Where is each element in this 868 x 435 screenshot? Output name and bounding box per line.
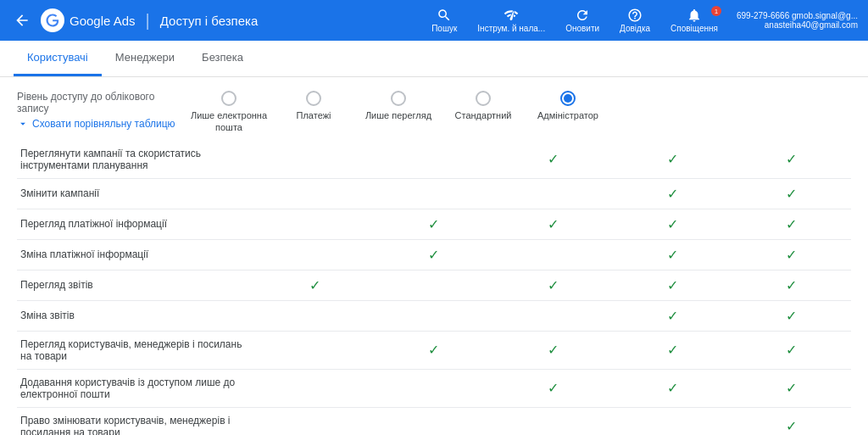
perm-check-cell xyxy=(375,369,494,407)
collapse-link[interactable]: Сховати порівняльну таблицю xyxy=(17,118,186,130)
perm-check-cell: ✓ xyxy=(732,178,851,209)
user-info: 699-279-6666 gmob.signal@g... anasteiha4… xyxy=(737,11,858,30)
checkmark-icon: ✓ xyxy=(786,419,797,433)
checkmark-icon: ✓ xyxy=(667,217,678,231)
perm-check-cell xyxy=(375,300,494,331)
radio-col-payments[interactable]: Платежі xyxy=(271,91,356,134)
radio-payments[interactable] xyxy=(306,91,321,106)
radio-admin[interactable] xyxy=(560,91,576,106)
checkmark-icon: ✓ xyxy=(786,381,797,395)
table-row: Перегляд платіжної інформації✓✓✓✓ xyxy=(17,209,851,239)
checkmark-icon: ✓ xyxy=(667,152,678,166)
tab-managers[interactable]: Менеджери xyxy=(102,41,188,76)
checkmark-icon: ✓ xyxy=(548,152,559,166)
radio-readonly[interactable] xyxy=(391,91,406,106)
search-nav-button[interactable]: Пошук xyxy=(423,4,465,36)
radio-email-label: Лише електронна пошта xyxy=(186,109,271,134)
radio-email[interactable] xyxy=(221,91,236,106)
checkmark-icon: ✓ xyxy=(548,278,559,293)
table-row: Зміна платіжної інформації✓✓✓ xyxy=(17,239,851,270)
perm-check-cell: ✓ xyxy=(613,270,732,300)
main-content: Рівень доступу до облікового запису Схов… xyxy=(0,77,868,435)
perm-check-cell xyxy=(375,141,494,179)
perm-check-cell: ✓ xyxy=(732,331,851,369)
table-row: Переглянути кампанії та скористатись інс… xyxy=(17,141,851,179)
top-nav: Google Ads | Доступ і безпека Пошук Інст… xyxy=(0,0,868,41)
perm-check-cell xyxy=(255,178,375,209)
checkmark-icon: ✓ xyxy=(548,217,559,231)
notification-badge: 1 xyxy=(711,6,721,16)
perm-check-cell xyxy=(255,407,375,435)
notifications-nav-label: Сповіщення xyxy=(670,24,718,33)
perm-check-cell: ✓ xyxy=(613,209,732,239)
refresh-nav-button[interactable]: Оновити xyxy=(557,4,608,36)
perm-check-cell: ✓ xyxy=(493,369,613,407)
perm-label: Змінити кампанії xyxy=(17,178,255,209)
checkmark-icon: ✓ xyxy=(428,248,439,262)
perm-check-cell xyxy=(255,369,375,407)
perm-check-cell xyxy=(493,300,613,331)
table-row: Перегляд користувачів, менеджерів і поси… xyxy=(17,331,851,369)
perm-check-cell: ✓ xyxy=(613,178,732,209)
checkmark-icon: ✓ xyxy=(667,343,678,357)
tools-nav-button[interactable]: Інструм. й нала... xyxy=(469,4,554,36)
collapse-label: Сховати порівняльну таблицю xyxy=(32,118,175,130)
perm-check-cell: ✓ xyxy=(613,331,732,369)
perm-check-cell: ✓ xyxy=(375,209,494,239)
perm-check-cell: ✓ xyxy=(375,331,494,369)
perm-check-cell: ✓ xyxy=(732,209,851,239)
perm-check-cell xyxy=(255,141,375,179)
perm-check-cell xyxy=(375,178,494,209)
help-nav-label: Довідка xyxy=(620,24,650,33)
radio-columns-header: Лише електронна пошта Платежі Лише перег… xyxy=(186,91,610,134)
tab-security[interactable]: Безпека xyxy=(188,41,257,76)
user-email: anasteiha40@gmail.com xyxy=(765,20,858,30)
table-row: Додавання користувачів із доступом лише … xyxy=(17,369,851,407)
perm-check-cell: ✓ xyxy=(732,239,851,270)
checkmark-icon: ✓ xyxy=(786,248,797,262)
nav-separator: | xyxy=(146,11,150,31)
radio-col-standard[interactable]: Стандартний xyxy=(441,91,526,134)
perm-check-cell: ✓ xyxy=(613,141,732,179)
page-title: Доступ і безпека xyxy=(160,14,259,28)
checkmark-icon: ✓ xyxy=(786,309,797,323)
checkmark-icon: ✓ xyxy=(667,187,678,201)
checkmark-icon: ✓ xyxy=(548,381,559,395)
radio-standard[interactable] xyxy=(476,91,491,106)
perm-check-cell: ✓ xyxy=(613,300,732,331)
radio-col-readonly[interactable]: Лише перегляд xyxy=(356,91,441,134)
perm-check-cell: ✓ xyxy=(732,141,851,179)
radio-col-email[interactable]: Лише електронна пошта xyxy=(186,91,271,134)
table-row: Право змінювати користувачів, менеджерів… xyxy=(17,407,851,435)
perm-check-cell: ✓ xyxy=(375,239,494,270)
perm-check-cell xyxy=(255,331,375,369)
checkmark-icon: ✓ xyxy=(667,381,678,395)
perm-check-cell xyxy=(493,178,613,209)
perm-check-cell xyxy=(493,239,613,270)
perm-check-cell: ✓ xyxy=(613,369,732,407)
help-nav-button[interactable]: Довідка xyxy=(611,4,659,36)
perm-label: Перегляд користувачів, менеджерів і поси… xyxy=(17,331,255,369)
radio-readonly-label: Лише перегляд xyxy=(365,109,431,121)
perm-check-cell: ✓ xyxy=(732,300,851,331)
notifications-nav-button[interactable]: 1 Сповіщення xyxy=(662,4,726,36)
perm-check-cell: ✓ xyxy=(732,270,851,300)
perm-label: Зміна платіжної інформації xyxy=(17,239,255,270)
tab-users[interactable]: Користувачі xyxy=(14,41,102,76)
checkmark-icon: ✓ xyxy=(786,187,797,201)
checkmark-icon: ✓ xyxy=(548,343,559,357)
radio-col-admin[interactable]: Адміністратор xyxy=(526,91,610,134)
perm-label: Перегляд звітів xyxy=(17,270,255,300)
app-logo: Google Ads xyxy=(41,8,136,32)
perm-check-cell: ✓ xyxy=(255,270,375,300)
checkmark-icon: ✓ xyxy=(786,217,797,231)
search-nav-label: Пошук xyxy=(431,24,457,33)
back-button[interactable] xyxy=(10,8,34,32)
table-row: Зміна звітів✓✓ xyxy=(17,300,851,331)
checkmark-icon: ✓ xyxy=(667,309,678,323)
permissions-table: Переглянути кампанії та скористатись інс… xyxy=(17,141,851,435)
table-row: Перегляд звітів✓✓✓✓ xyxy=(17,270,851,300)
perm-check-cell xyxy=(255,239,375,270)
checkmark-icon: ✓ xyxy=(309,278,320,293)
perm-check-cell: ✓ xyxy=(493,209,613,239)
